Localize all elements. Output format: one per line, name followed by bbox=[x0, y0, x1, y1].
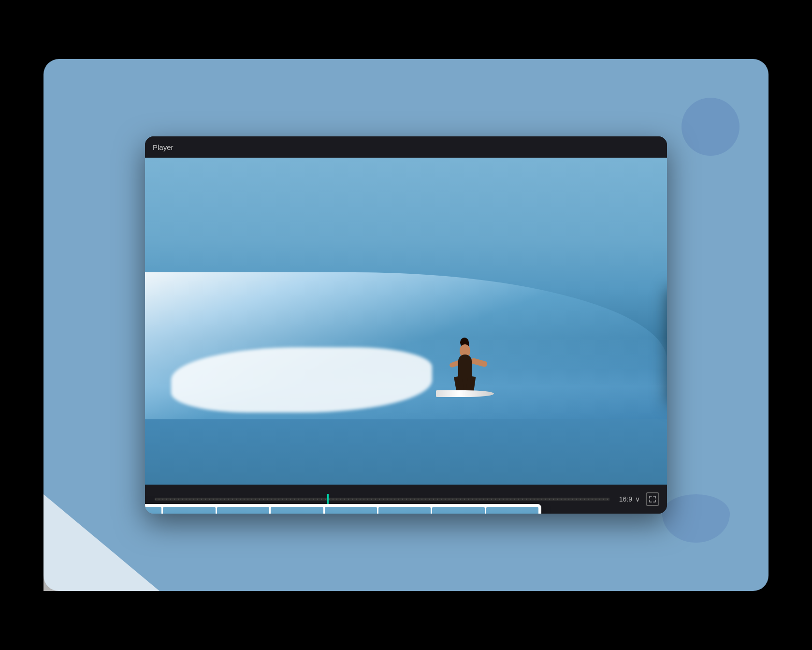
fullscreen-icon bbox=[649, 496, 656, 502]
film-frame-2 bbox=[163, 507, 215, 514]
wave-foam bbox=[171, 347, 432, 413]
surfboard bbox=[436, 390, 494, 397]
video-background bbox=[145, 158, 667, 485]
film-frame-8 bbox=[486, 507, 538, 514]
chevron-down-icon: ∨ bbox=[635, 495, 640, 503]
aspect-ratio-label: 16:9 bbox=[619, 495, 632, 503]
film-frame-5 bbox=[325, 507, 377, 514]
deco-circle-top-right bbox=[682, 98, 740, 156]
timeline-dots bbox=[155, 499, 609, 500]
timeline-track[interactable] bbox=[155, 498, 609, 501]
film-frame-1 bbox=[145, 507, 161, 514]
deco-shape-bottom-right bbox=[662, 494, 730, 543]
player-title: Player bbox=[153, 143, 174, 151]
video-area: Video Audio Speed Animation Speed 1.5x bbox=[145, 158, 667, 485]
surfer-figure bbox=[446, 316, 484, 393]
aspect-ratio-selector[interactable]: 16:9 ∨ bbox=[619, 495, 640, 503]
film-frame-6 bbox=[378, 507, 431, 514]
filmstrip-container bbox=[145, 504, 541, 514]
deco-triangle-bottom-left bbox=[44, 494, 160, 591]
player-titlebar: Player bbox=[145, 136, 667, 158]
outer-background: Player bbox=[44, 59, 768, 591]
fullscreen-button[interactable] bbox=[646, 492, 659, 506]
timeline-playhead[interactable] bbox=[327, 494, 329, 504]
film-frame-7 bbox=[432, 507, 484, 514]
film-frame-4 bbox=[271, 507, 323, 514]
player-window: Player bbox=[145, 136, 667, 514]
film-frame-3 bbox=[217, 507, 269, 514]
